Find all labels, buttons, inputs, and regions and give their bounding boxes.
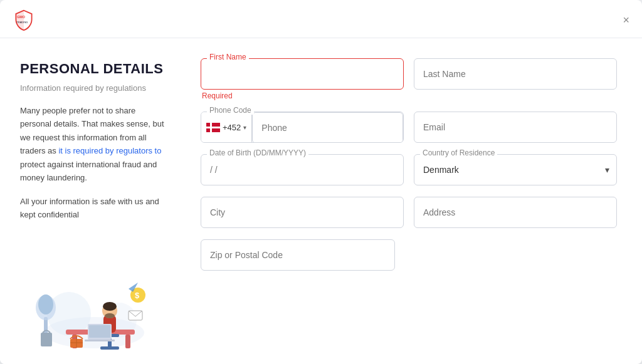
dob-field: Date of Birth (DD/MM/YYYY) [201,154,404,185]
last-name-field [414,58,617,90]
first-name-error: Required [201,91,404,100]
gmo-logo-icon: GMO TRADING [13,9,35,31]
address-input[interactable] [414,197,617,228]
svg-point-16 [103,302,117,311]
city-input[interactable] [201,197,404,228]
country-field: Country of Residence Denmark United King… [414,154,617,185]
svg-point-17 [105,313,115,318]
description-1: Many people prefer not to share personal… [20,104,168,185]
svg-rect-27 [41,333,52,346]
zip-row [201,239,617,271]
page-heading: PERSONAL DETAILS [20,61,168,77]
svg-text:$: $ [135,291,140,300]
svg-point-7 [38,294,53,315]
close-button[interactable]: × [623,14,629,26]
zip-field [201,239,395,271]
dob-input[interactable] [201,154,404,185]
city-address-row [201,197,617,228]
highlight-text: it is required by regulators to [58,146,161,155]
description-2: All your information is safe with us and… [20,195,168,222]
email-input[interactable] [414,112,617,143]
country-select[interactable]: Denmark United Kingdom United States Ger… [414,154,617,185]
svg-rect-19 [89,325,110,338]
address-field [414,197,617,228]
modal-container: GMO TRADING × PERSONAL DETAILS Informati… [0,0,642,364]
phone-code-label: Phone Code [207,106,254,115]
page-subtitle: Information required by regulations [20,83,168,93]
modal-header: GMO TRADING × [0,0,642,38]
first-name-label: First Name [207,53,249,61]
svg-rect-10 [125,335,130,348]
svg-rect-30 [206,127,220,128]
phone-code-value: +452 [223,123,241,132]
phone-field: Phone Code +452 ▾ [201,112,404,143]
phone-code-selector[interactable]: +452 ▾ [201,112,252,142]
illustration-svg: $ [31,270,157,351]
left-panel: PERSONAL DETAILS Information required by… [0,38,188,364]
name-row: First Name Required [201,58,617,100]
email-field [414,112,617,143]
dob-country-row: Date of Birth (DD/MM/YYYY) Country of Re… [201,154,617,185]
zip-input[interactable] [201,239,395,271]
city-field [201,197,404,228]
illustration-area: $ [20,264,168,351]
logo-area: GMO TRADING [13,9,35,31]
svg-text:TRADING: TRADING [16,21,28,24]
svg-rect-20 [85,340,115,341]
svg-rect-13 [100,346,119,350]
dob-label: Date of Birth (DD/MM/YYYY) [207,148,308,157]
right-panel: First Name Required Phone Code [188,38,642,364]
last-name-input[interactable] [414,58,617,90]
country-label: Country of Residence [420,148,497,157]
phone-code-chevron: ▾ [243,124,246,131]
phone-input[interactable] [252,112,403,143]
phone-email-row: Phone Code +452 ▾ [201,112,617,143]
modal-body: PERSONAL DETAILS Information required by… [0,38,642,364]
svg-text:GMO: GMO [17,15,25,19]
phone-row-inner: +452 ▾ [201,112,404,143]
denmark-flag-icon [206,123,220,132]
first-name-field: First Name Required [201,58,404,100]
first-name-input[interactable] [201,58,404,90]
